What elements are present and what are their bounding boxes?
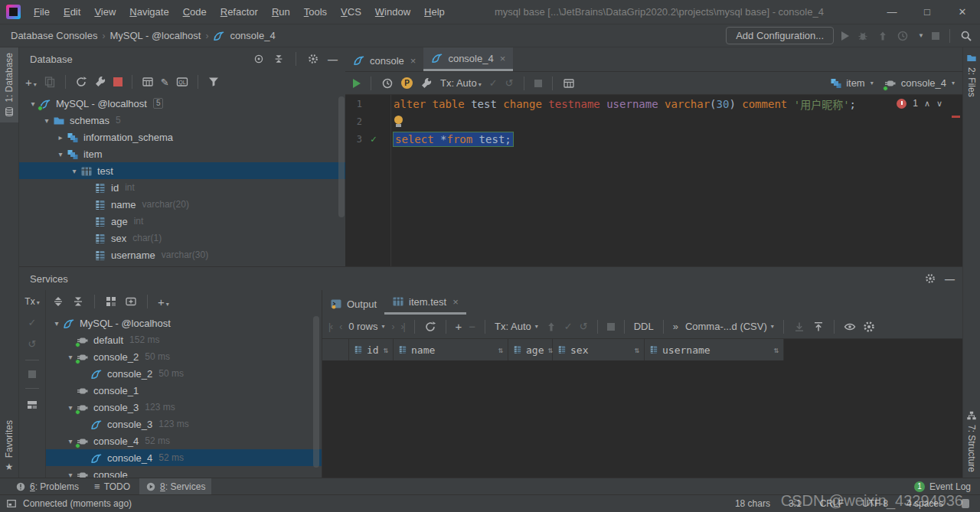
status-18-chars[interactable]: 18 chars — [735, 498, 770, 509]
rollback-icon[interactable]: ↺ — [505, 77, 514, 89]
column-header-name[interactable]: name⇅ — [394, 339, 508, 360]
row-count-select[interactable]: 0 rows▾ — [348, 321, 384, 332]
execute-icon[interactable] — [353, 79, 361, 88]
menu-run[interactable]: Run — [265, 3, 297, 21]
schema-selector[interactable]: item▾ — [830, 77, 874, 90]
grid-empty-area[interactable] — [322, 360, 962, 478]
tree-item-name[interactable]: namevarchar(20) — [19, 196, 345, 213]
commit-icon[interactable]: ✓ — [564, 321, 573, 332]
view-options-icon[interactable] — [563, 77, 575, 90]
table-view-icon[interactable] — [142, 76, 154, 88]
tree-item-mysql-localhost[interactable]: ▾MySQL - @localhost — [46, 315, 322, 331]
submit-db-icon[interactable] — [545, 321, 557, 333]
tree-item-console[interactable]: ▾console — [46, 466, 322, 478]
toolwindow-button-6-problems[interactable]: 6: Problems — [9, 478, 85, 495]
column-header-id[interactable]: id⇅ — [349, 339, 394, 360]
scrollbar[interactable] — [313, 316, 319, 468]
column-header-age[interactable]: age⇅ — [508, 339, 553, 360]
collapse-all-icon[interactable] — [273, 54, 284, 64]
previous-error-icon[interactable]: ∧ — [924, 99, 930, 109]
gear-icon[interactable] — [863, 321, 875, 333]
data-source-properties-icon[interactable] — [94, 76, 106, 88]
export-format-select[interactable]: Comma-...d (CSV)▾ — [685, 321, 774, 332]
tree-item-console-3[interactable]: console_3123 ms — [46, 416, 322, 432]
status-crlf[interactable]: CRLF — [820, 498, 844, 509]
chevron-right-icon[interactable]: ▸ — [54, 133, 67, 142]
expand-all-icon[interactable] — [52, 295, 64, 308]
tree-item-console-1[interactable]: console_1 — [46, 382, 322, 399]
editor-tab-console-4[interactable]: console_4× — [423, 47, 513, 71]
tree-item-schemas[interactable]: ▾schemas5 — [19, 112, 345, 129]
status-3-1[interactable]: 3:1 — [789, 498, 802, 509]
result-tab-item-test[interactable]: item.test× — [384, 291, 466, 315]
column-header-sex[interactable]: sex⇅ — [553, 339, 645, 360]
intention-bulb-icon[interactable] — [394, 116, 403, 128]
column-header-username[interactable]: username⇅ — [645, 339, 784, 360]
event-log[interactable]: 1Event Log — [914, 481, 971, 492]
tree-item-console-2[interactable]: console_250 ms — [46, 365, 322, 382]
filter-icon[interactable] — [207, 76, 220, 88]
status-utf-8[interactable]: UTF-8 — [862, 498, 888, 509]
menu-window[interactable]: Window — [368, 3, 417, 21]
breadcrumb-item-database-consoles[interactable]: Database Consoles — [11, 30, 97, 41]
menu-file[interactable]: File — [27, 3, 57, 21]
code-editor[interactable]: 123✓ alter table test change testname us… — [345, 95, 962, 266]
chevron-down-icon[interactable]: ▾ — [51, 319, 63, 328]
code-line-1[interactable]: alter table test change testname usernam… — [394, 95, 947, 113]
close-icon[interactable]: × — [452, 296, 459, 308]
chevron-down-icon[interactable]: ▾ — [64, 471, 77, 478]
refresh-icon[interactable] — [75, 76, 87, 88]
first-page-icon[interactable]: |‹ — [328, 321, 332, 332]
toolwindow-button-8-services[interactable]: 8: Services — [139, 478, 211, 495]
chevron-down-icon[interactable]: ▼ — [918, 32, 924, 39]
collapse-all-icon[interactable] — [72, 295, 84, 308]
stop-icon[interactable] — [28, 370, 36, 378]
settings-wrench-icon[interactable] — [420, 77, 433, 90]
edit-icon[interactable]: ✎ — [161, 77, 169, 88]
tree-item-item[interactable]: ▾item — [19, 145, 345, 162]
stop-icon[interactable] — [932, 32, 939, 40]
profiler-icon[interactable] — [897, 30, 909, 42]
coverage-icon[interactable] — [877, 30, 889, 42]
tree-item-age[interactable]: ageint — [19, 213, 345, 230]
commit-icon[interactable]: ✓ — [28, 317, 37, 328]
status-4-spaces[interactable]: 4 spaces — [906, 498, 943, 509]
download-icon[interactable] — [793, 321, 805, 333]
result-tab-output[interactable]: Output — [322, 293, 384, 315]
files-stripe-tab[interactable]: 2: Files — [966, 47, 977, 103]
menu-code[interactable]: Code — [176, 3, 214, 21]
add-configuration-button[interactable]: Add Configuration... — [726, 27, 834, 44]
stop-icon[interactable] — [113, 77, 122, 86]
indent-lock-icon[interactable] — [962, 499, 969, 508]
menu-help[interactable]: Help — [417, 3, 452, 21]
tool-window-toggle-icon[interactable] — [6, 498, 17, 509]
upload-icon[interactable] — [812, 321, 825, 333]
rollback-icon[interactable]: ↺ — [28, 338, 37, 350]
maximize-icon[interactable]: □ — [910, 0, 945, 24]
previous-page-icon[interactable]: ‹ — [339, 321, 341, 332]
tx-mode-select[interactable]: Tx: Auto▾ — [440, 77, 482, 89]
add-icon[interactable]: +▾ — [25, 76, 37, 89]
tree-item-default[interactable]: default152 ms — [46, 331, 322, 348]
menu-tools[interactable]: Tools — [297, 3, 334, 21]
tree-item-console-4[interactable]: ▾console_452 ms — [46, 432, 322, 449]
tree-item-information-schema[interactable]: ▸information_schema — [19, 129, 345, 145]
menu-navigate[interactable]: Navigate — [122, 3, 175, 21]
tree-item-mysql-localhost[interactable]: ▾MySQL - @localhost5 — [19, 95, 345, 112]
menu-refactor[interactable]: Refactor — [214, 3, 265, 21]
tree-item-id[interactable]: idint — [19, 179, 345, 196]
minimize-icon[interactable]: — — [874, 0, 910, 24]
tree-item-username[interactable]: usernamevarchar(30) — [19, 246, 345, 263]
sort-icon[interactable]: ⇅ — [634, 345, 639, 355]
sort-icon[interactable]: ⇅ — [498, 345, 503, 355]
more-actions-icon[interactable]: » — [673, 321, 678, 332]
parameters-icon[interactable]: P — [401, 77, 413, 89]
breadcrumb-item-console-4[interactable]: console_4 — [230, 30, 275, 41]
tree-item-console-3[interactable]: ▾console_3123 ms — [46, 399, 322, 416]
hide-panel-icon[interactable]: — — [328, 54, 338, 65]
gear-icon[interactable] — [308, 54, 318, 64]
menu-edit[interactable]: Edit — [57, 3, 87, 21]
menu-vcs[interactable]: VCS — [334, 3, 368, 21]
structure-stripe-tab[interactable]: 7: Structure — [966, 405, 977, 478]
history-icon[interactable] — [381, 77, 394, 90]
